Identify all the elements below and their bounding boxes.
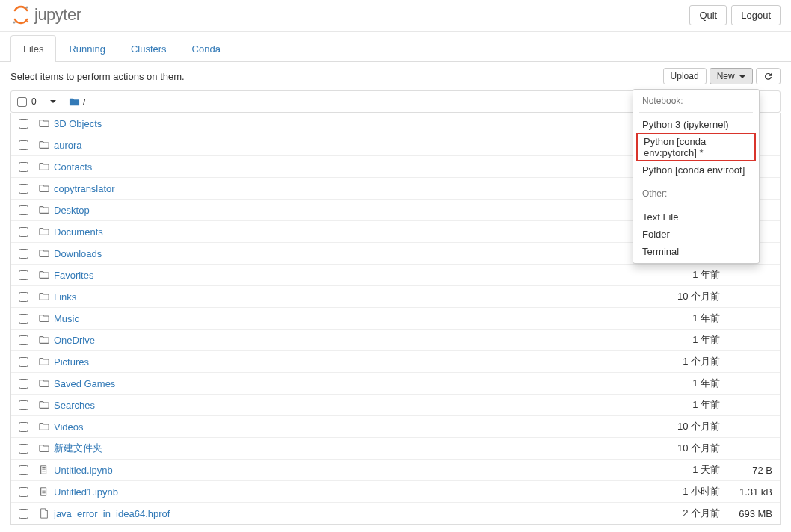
file-date: 1 小时前 <box>653 485 720 498</box>
breadcrumb-root[interactable]: / <box>83 96 86 108</box>
file-name-link[interactable]: Downloads <box>54 248 653 259</box>
file-name-link[interactable]: java_error_in_idea64.hprof <box>54 508 653 519</box>
select-all-group: 0 <box>11 91 61 112</box>
file-name-link[interactable]: Desktop <box>54 205 653 216</box>
header: jupyter Quit Logout <box>0 0 791 32</box>
file-checkbox[interactable] <box>19 422 28 432</box>
file-date: 2 个月前 <box>653 507 720 520</box>
file-name-link[interactable]: Links <box>54 291 653 303</box>
refresh-button[interactable] <box>756 68 781 84</box>
dropdown-divider <box>639 182 753 182</box>
file-row: Links10 个月前 <box>11 286 780 308</box>
file-name-link[interactable]: aurora <box>54 140 653 151</box>
file-row: Videos10 个月前 <box>11 416 780 438</box>
file-name-link[interactable]: Music <box>54 313 653 324</box>
file-date: 10 个月前 <box>653 420 720 433</box>
dropdown-item-terminal[interactable]: Terminal <box>633 243 759 260</box>
jupyter-logo-icon <box>10 4 31 25</box>
file-name-link[interactable]: Videos <box>54 421 653 433</box>
folder-icon <box>39 205 49 215</box>
file-checkbox[interactable] <box>19 162 28 172</box>
select-all-checkbox-group[interactable]: 0 <box>11 91 43 112</box>
file-date: 10 个月前 <box>653 290 720 303</box>
file-name-link[interactable]: 新建文件夹 <box>54 442 653 455</box>
file-size: 72 B <box>720 465 772 476</box>
file-checkbox[interactable] <box>19 270 28 280</box>
selected-count: 0 <box>31 96 37 107</box>
logo[interactable]: jupyter <box>10 4 81 25</box>
file-checkbox[interactable] <box>19 205 28 215</box>
new-button[interactable]: New <box>710 68 753 84</box>
dropdown-item-folder[interactable]: Folder <box>633 226 759 243</box>
dropdown-item-root[interactable]: Python [conda env:root] <box>633 161 759 179</box>
folder-icon <box>39 183 49 194</box>
file-checkbox[interactable] <box>19 249 28 259</box>
file-row: Untitled.ipynb1 天前72 B <box>11 460 780 481</box>
folder-icon <box>39 356 49 367</box>
folder-icon <box>39 248 49 259</box>
dropdown-item-pytorch[interactable]: Python [conda env:pytorch] * <box>636 133 756 161</box>
select-all-checkbox[interactable] <box>17 97 27 107</box>
file-name-link[interactable]: Searches <box>54 400 653 411</box>
action-hint-text: Select items to perform actions on them. <box>10 71 185 82</box>
caret-down-icon <box>50 100 56 103</box>
file-name-link[interactable]: Favorites <box>54 270 653 281</box>
file-name-link[interactable]: Untitled1.ipynb <box>54 486 653 498</box>
tab-clusters[interactable]: Clusters <box>118 35 179 62</box>
tab-conda[interactable]: Conda <box>179 35 233 62</box>
file-date: 1 年前 <box>653 377 720 390</box>
file-checkbox[interactable] <box>19 444 28 454</box>
folder-icon <box>39 400 49 410</box>
upload-button[interactable]: Upload <box>663 68 707 84</box>
file-checkbox[interactable] <box>19 379 28 389</box>
folder-icon <box>39 421 49 432</box>
tab-files[interactable]: Files <box>10 35 56 62</box>
file-date: 1 天前 <box>653 463 720 477</box>
file-checkbox[interactable] <box>19 314 28 324</box>
file-checkbox[interactable] <box>19 487 28 497</box>
file-name-link[interactable]: copytranslator <box>54 183 653 194</box>
folder-home-icon[interactable] <box>69 96 80 108</box>
file-row: OneDrive1 年前 <box>11 330 780 351</box>
sub-header: Select items to perform actions on them.… <box>0 62 791 90</box>
file-name-link[interactable]: Contacts <box>54 161 653 173</box>
file-row: Saved Games1 年前 <box>11 373 780 395</box>
file-checkbox[interactable] <box>19 466 28 475</box>
folder-icon <box>39 335 49 345</box>
dropdown-item-textfile[interactable]: Text File <box>633 208 759 226</box>
file-row: Searches1 年前 <box>11 395 780 416</box>
dropdown-divider <box>639 112 753 113</box>
file-checkbox[interactable] <box>19 140 28 150</box>
file-checkbox[interactable] <box>19 227 28 237</box>
file-checkbox[interactable] <box>19 292 28 302</box>
file-name-link[interactable]: Pictures <box>54 356 653 368</box>
file-name-link[interactable]: Saved Games <box>54 378 653 389</box>
file-checkbox[interactable] <box>19 400 28 410</box>
file-checkbox[interactable] <box>19 184 28 194</box>
file-checkbox[interactable] <box>19 119 28 129</box>
refresh-icon <box>763 72 773 81</box>
file-name-link[interactable]: 3D Objects <box>54 118 653 129</box>
file-icon <box>39 508 49 519</box>
toolbar-right: Upload New Notebook: Python 3 (ipykernel… <box>663 68 781 84</box>
svg-point-1 <box>13 21 15 23</box>
file-name-link[interactable]: Untitled.ipynb <box>54 465 653 476</box>
new-dropdown-menu: Notebook: Python 3 (ipykernel) Python [c… <box>633 89 760 264</box>
file-checkbox[interactable] <box>19 335 28 345</box>
file-date: 1 年前 <box>653 312 720 325</box>
notebook-icon <box>39 465 49 475</box>
quit-button[interactable]: Quit <box>689 5 727 25</box>
file-name-link[interactable]: Documents <box>54 226 653 238</box>
file-checkbox[interactable] <box>19 509 28 519</box>
file-checkbox[interactable] <box>19 357 28 367</box>
tab-running[interactable]: Running <box>56 35 117 62</box>
svg-point-0 <box>25 6 28 8</box>
dropdown-header-notebook: Notebook: <box>633 93 759 109</box>
logo-text: jupyter <box>34 5 81 25</box>
logout-button[interactable]: Logout <box>731 5 781 25</box>
file-name-link[interactable]: OneDrive <box>54 335 653 346</box>
tabs: Files Running Clusters Conda <box>0 35 791 62</box>
dropdown-item-python3[interactable]: Python 3 (ipykernel) <box>633 116 759 133</box>
select-dropdown-toggle[interactable] <box>43 91 61 112</box>
folder-icon <box>39 161 49 172</box>
